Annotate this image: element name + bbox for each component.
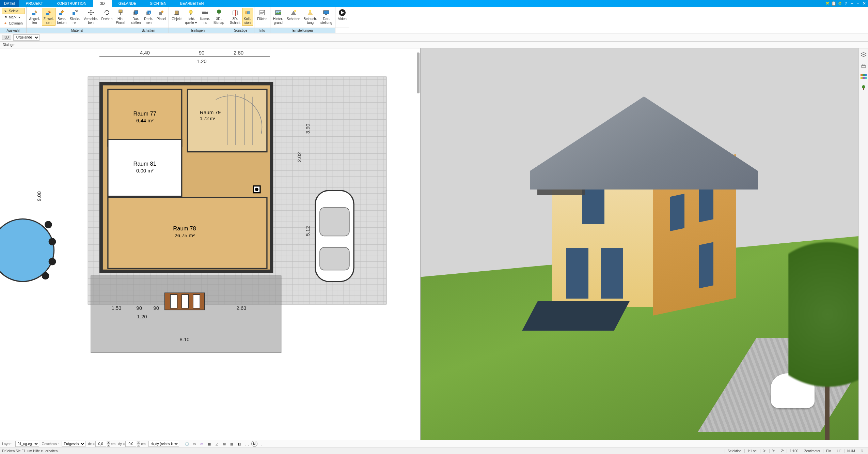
settings-icon[interactable]: ⚙	[837, 1, 842, 6]
display-label: Dar- stellung	[320, 17, 332, 25]
move-label: Verschie- ben	[84, 17, 98, 25]
menu-bearbeiten[interactable]: BEARBEITEN	[173, 0, 211, 7]
shadow-brush-icon	[158, 9, 165, 16]
lighting-icon	[306, 9, 314, 16]
menu-3d[interactable]: 3D	[93, 0, 112, 7]
group-label-sonstige: Sonstige	[227, 28, 254, 33]
pick-button[interactable]: Abgrei- fen	[28, 8, 42, 26]
collision-icon	[244, 9, 251, 16]
menu-datei[interactable]: DATEI	[0, 0, 19, 7]
svg-rect-7	[135, 11, 138, 14]
svg-rect-18	[219, 13, 219, 15]
lighting-button[interactable]: Beleuch- tung	[302, 8, 319, 26]
assign-label: Zuwei- sen	[44, 17, 54, 25]
brush-label: Hin. Pinsel	[116, 17, 125, 25]
optionen-button[interactable]: +Optionen	[2, 20, 25, 26]
section-icon	[232, 9, 239, 16]
menu-sichten[interactable]: SICHTEN	[143, 0, 173, 7]
camera-icon	[201, 9, 209, 16]
mark-label: Mark. ▾	[9, 15, 20, 19]
ribbon-group-einfuegen: ObjektLicht- quelle ▾Kame- ra3D- Bitmap …	[169, 7, 227, 33]
mark-button[interactable]: ⚑Mark. ▾	[2, 14, 25, 20]
scale-label: Skalie- ren	[70, 17, 80, 25]
restore-icon[interactable]: ▫	[856, 1, 861, 6]
tree-icon	[215, 9, 223, 16]
shadow-calc-label: Rech- nen	[144, 17, 153, 25]
shadow-brush-label: Pinsel	[157, 17, 166, 21]
shadow-calc-button[interactable]: ΣRech- nen	[142, 8, 155, 26]
pick-icon	[31, 9, 38, 16]
scale-button[interactable]: Skalie- ren	[68, 8, 82, 26]
collision-button[interactable]: Kolli- sion	[242, 8, 253, 26]
svg-rect-4	[119, 10, 122, 13]
assign-button[interactable]: Zuwei- sen	[42, 8, 56, 26]
move-button[interactable]: Verschie- ben	[82, 8, 100, 26]
rotate-button[interactable]: Drehen	[99, 8, 114, 22]
camera-button[interactable]: Kame- ra	[199, 8, 212, 26]
lighting-label: Beleuch- tung	[304, 17, 317, 25]
menu-projekt[interactable]: PROJEKT	[19, 0, 50, 7]
shadows-icon	[290, 9, 297, 16]
group-label-einstellungen: Einstellungen	[270, 28, 335, 33]
menu-konstruktion[interactable]: KONSTRUKTION	[50, 0, 93, 7]
plus-icon: +	[3, 21, 7, 25]
ribbon-group-sonstige: 3D- SchnittKolli- sion Sonstige	[227, 7, 254, 33]
svg-text:Σ: Σ	[149, 11, 151, 14]
help-icon[interactable]: ?	[843, 1, 848, 6]
cursor-icon: ➤	[3, 9, 7, 13]
light-icon	[187, 9, 194, 16]
ribbon-group-info: m²Fläche Info	[254, 7, 270, 33]
svg-rect-1	[46, 13, 49, 15]
brush-icon	[117, 9, 124, 16]
selekt-button[interactable]: ➤Selekt	[2, 8, 25, 14]
assign-icon	[45, 9, 52, 16]
scale-icon	[71, 9, 79, 16]
clipboard-icon[interactable]: 📋	[831, 1, 836, 6]
svg-rect-15	[190, 14, 191, 15]
tree-label: 3D- Bitmap	[214, 17, 224, 25]
minimize-icon[interactable]: –	[850, 1, 854, 6]
shadows-button[interactable]: Schatten	[285, 8, 302, 22]
light-label: Licht- quelle ▾	[185, 17, 196, 25]
shadow-create-button[interactable]: Dar- stellen	[129, 8, 142, 26]
svg-rect-13	[175, 11, 178, 14]
terrain-select[interactable]: Urgelände	[13, 34, 40, 41]
svg-rect-16	[202, 12, 206, 14]
shadow-brush-button[interactable]: Pinsel	[155, 8, 168, 22]
background-button[interactable]: Hinter- grund	[271, 8, 285, 26]
svg-rect-28	[323, 11, 329, 14]
group-label-video	[335, 28, 349, 33]
edit-button[interactable]: Bear- beiten	[56, 8, 68, 26]
object-label: Objekt	[172, 17, 182, 21]
rotate-icon	[103, 9, 111, 16]
move-icon	[87, 9, 95, 16]
menubar: DATEI PROJEKT KONSTRUKTION 3D GELÄNDE SI…	[0, 0, 868, 7]
shadow-calc-icon: Σ	[145, 9, 153, 16]
group-label-einfuegen: Einfügen	[169, 28, 227, 33]
area-label: Fläche	[257, 17, 267, 21]
tools-icon[interactable]: ✖	[825, 1, 830, 6]
svg-point-17	[217, 10, 221, 14]
svg-rect-5	[120, 13, 121, 15]
collision-label: Kolli- sion	[244, 17, 251, 25]
svg-rect-11	[159, 12, 162, 15]
close-icon[interactable]: ✕	[862, 1, 867, 6]
menu-gelaende[interactable]: GELÄNDE	[112, 0, 143, 7]
display-button[interactable]: Dar- stellung	[319, 8, 334, 26]
subbar-3d-badge: 3D	[2, 35, 11, 40]
section-button[interactable]: 3D- Schnitt	[228, 8, 242, 26]
ribbon-group-einstellungen: Hinter- grundSchattenBeleuch- tungDar- s…	[270, 7, 335, 33]
area-button[interactable]: m²Fläche	[255, 8, 269, 22]
tree-button[interactable]: 3D- Bitmap	[212, 8, 226, 26]
ribbon-group-schatten: Dar- stellenΣRech- nenPinsel Schatten	[128, 7, 169, 33]
dialoge-label: Dialoge:	[3, 43, 15, 47]
brush-button[interactable]: Hin. Pinsel	[114, 8, 127, 26]
object-button[interactable]: Objekt	[170, 8, 183, 22]
camera-label: Kame- ra	[200, 17, 210, 25]
background-label: Hinter- grund	[273, 17, 283, 25]
display-icon	[322, 9, 330, 16]
video-button[interactable]: Video	[336, 8, 348, 22]
pick-label: Abgrei- fen	[29, 17, 40, 25]
svg-rect-29	[325, 14, 327, 15]
light-button[interactable]: Licht- quelle ▾	[183, 8, 198, 26]
